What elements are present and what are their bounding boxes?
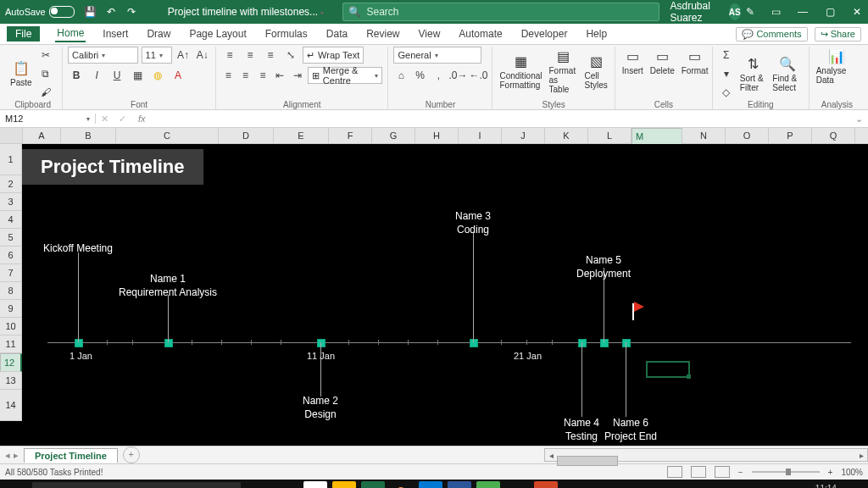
cut-icon[interactable]: ✂: [37, 47, 54, 64]
tab-view[interactable]: View: [417, 26, 442, 42]
clock[interactable]: 11:1425/5/2023: [798, 484, 837, 488]
word-icon[interactable]: W: [448, 481, 471, 488]
account-button[interactable]: Asdrubal Suarez AS: [670, 0, 740, 24]
tab-help[interactable]: Help: [584, 26, 609, 42]
tab-file[interactable]: File: [7, 26, 40, 42]
horizontal-scrollbar[interactable]: ◂ ▸: [544, 448, 868, 462]
bold-icon[interactable]: B: [68, 67, 85, 84]
zoom-slider[interactable]: [752, 471, 820, 473]
col-F[interactable]: F: [329, 128, 372, 143]
format-cells-button[interactable]: ▭Format: [680, 47, 710, 77]
analyse-data-button[interactable]: 📊Analyse Data: [815, 47, 860, 86]
align-center-icon[interactable]: ≡: [238, 67, 252, 84]
autosum-icon[interactable]: Σ: [718, 47, 735, 64]
find-select-button[interactable]: 🔍Find & Select: [771, 54, 803, 94]
tab-insert[interactable]: Insert: [101, 26, 130, 42]
pen-icon[interactable]: ✎: [746, 6, 754, 18]
copy-icon[interactable]: ⧉: [37, 65, 54, 82]
decrease-decimal-icon[interactable]: ←.0: [470, 67, 487, 84]
scroll-thumb[interactable]: [557, 456, 618, 466]
col-D[interactable]: D: [219, 128, 274, 143]
sheet-nav[interactable]: ◂▸: [0, 450, 24, 461]
search-box[interactable]: 🔍 Search: [342, 3, 659, 21]
toggle-off-icon[interactable]: [49, 6, 75, 18]
col-C[interactable]: C: [116, 128, 219, 143]
autosave-toggle[interactable]: AutoSave: [5, 6, 75, 18]
zoom-out-icon[interactable]: −: [738, 468, 743, 477]
fill-icon[interactable]: ▾: [718, 65, 735, 82]
increase-font-icon[interactable]: A↑: [175, 47, 192, 64]
row-8[interactable]: 8: [0, 282, 22, 300]
underline-icon[interactable]: U: [108, 67, 125, 84]
borders-icon[interactable]: ▦: [129, 67, 146, 84]
tab-review[interactable]: Review: [364, 26, 401, 42]
row-3[interactable]: 3: [0, 193, 22, 211]
insert-cells-button[interactable]: ▭Insert: [620, 47, 645, 77]
share-button[interactable]: ↪ Share: [815, 27, 861, 42]
tab-home[interactable]: Home: [55, 25, 86, 42]
explorer-icon[interactable]: 📁: [332, 481, 356, 488]
align-bottom-icon[interactable]: ≡: [262, 47, 279, 64]
task-view-icon[interactable]: ⧉: [275, 481, 298, 488]
align-left-icon[interactable]: ≡: [221, 67, 235, 84]
comments-button[interactable]: 💬 Comments: [736, 27, 807, 42]
align-middle-icon[interactable]: ≡: [242, 47, 259, 64]
col-J[interactable]: J: [502, 128, 545, 143]
chevron-left-icon[interactable]: ◂: [5, 450, 10, 461]
conditional-formatting-button[interactable]: ▦Conditional Formatting: [498, 52, 543, 92]
row-1[interactable]: 1: [0, 144, 22, 175]
tab-page-layout[interactable]: Page Layout: [187, 26, 248, 42]
zoom-in-icon[interactable]: +: [828, 468, 833, 477]
align-top-icon[interactable]: ≡: [221, 47, 238, 64]
row-7[interactable]: 7: [0, 264, 22, 282]
normal-view-icon[interactable]: [667, 466, 682, 478]
delete-cells-button[interactable]: ▭Delete: [648, 47, 676, 77]
powerpoint-icon[interactable]: P: [534, 481, 558, 488]
col-P[interactable]: P: [769, 128, 812, 143]
comma-icon[interactable]: ,: [431, 67, 446, 84]
col-L[interactable]: L: [588, 128, 632, 143]
tab-data[interactable]: Data: [325, 26, 349, 42]
cancel-formula-icon[interactable]: ✕: [96, 114, 114, 125]
merge-center-button[interactable]: ⊞Merge & Centre▾: [308, 67, 383, 84]
row-12[interactable]: 12: [0, 353, 22, 372]
name-box[interactable]: M12▾: [0, 114, 96, 124]
row-4[interactable]: 4: [0, 211, 22, 229]
col-M[interactable]: M: [632, 128, 682, 146]
sheet-tab-active[interactable]: Project Timeline: [24, 448, 118, 463]
save-icon[interactable]: 💾: [85, 6, 97, 18]
col-O[interactable]: O: [726, 128, 769, 143]
edge-icon[interactable]: e: [419, 481, 442, 488]
close-icon[interactable]: ✕: [851, 6, 863, 18]
row-9[interactable]: 9: [0, 300, 22, 318]
upwork-icon[interactable]: up: [476, 481, 500, 488]
enter-formula-icon[interactable]: ✓: [114, 114, 131, 125]
row-6[interactable]: 6: [0, 247, 22, 264]
fx-icon[interactable]: fx: [131, 114, 153, 124]
active-cell[interactable]: [646, 361, 690, 378]
col-K[interactable]: K: [545, 128, 588, 143]
row-11[interactable]: 11: [0, 336, 22, 353]
page-break-view-icon[interactable]: [715, 466, 730, 478]
zoom-level[interactable]: 100%: [841, 468, 863, 477]
undo-icon[interactable]: ↶: [105, 6, 117, 18]
row-13[interactable]: 13: [0, 372, 22, 390]
start-button[interactable]: ⊞: [3, 481, 27, 488]
row-10[interactable]: 10: [0, 318, 22, 336]
col-I[interactable]: I: [459, 128, 502, 143]
settings-icon[interactable]: ⚙: [505, 481, 529, 488]
row-2[interactable]: 2: [0, 175, 22, 193]
ribbon-options-icon[interactable]: ▭: [770, 6, 782, 18]
font-size-select[interactable]: 11▾: [142, 47, 172, 64]
accounting-icon[interactable]: ⌂: [393, 67, 409, 84]
tab-draw[interactable]: Draw: [145, 26, 172, 42]
scroll-left-icon[interactable]: ◂: [545, 451, 557, 460]
col-A[interactable]: A: [23, 128, 61, 143]
file-name[interactable]: Project timeline with milestones... ▾: [168, 6, 325, 18]
format-painter-icon[interactable]: 🖌: [37, 84, 54, 101]
number-format-select[interactable]: General▾: [393, 47, 481, 64]
col-G[interactable]: G: [372, 128, 415, 143]
percent-icon[interactable]: %: [412, 67, 427, 84]
wrap-text-button[interactable]: ↵Wrap Text: [303, 47, 364, 64]
maximize-icon[interactable]: ▢: [824, 6, 836, 18]
